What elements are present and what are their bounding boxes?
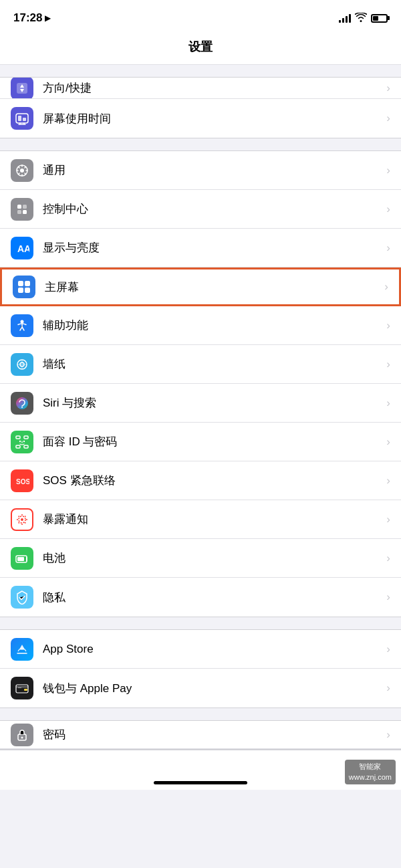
- svg-point-31: [17, 519, 18, 520]
- svg-point-33: [18, 516, 19, 517]
- accessibility-chevron: ›: [386, 319, 390, 332]
- battery-icon: [371, 14, 388, 23]
- general-icon: [11, 159, 33, 182]
- exposure-row[interactable]: 暴露通知 ›: [0, 500, 401, 539]
- screen-time-row[interactable]: 屏幕使用时间 ›: [0, 99, 401, 138]
- password-chevron: ›: [386, 728, 390, 742]
- location-icon: ▶: [45, 13, 51, 23]
- home-screen-icon: [13, 276, 35, 298]
- svg-point-30: [21, 524, 23, 525]
- svg-rect-2: [18, 116, 21, 121]
- appstore-row[interactable]: App Store ›: [0, 630, 401, 669]
- appstore-icon: [11, 638, 33, 661]
- home-screen-label: 主屏幕: [45, 280, 379, 295]
- control-center-label: 控制中心: [43, 201, 381, 217]
- battery-row[interactable]: 电池 ›: [0, 539, 401, 578]
- privacy-label: 隐私: [43, 590, 381, 605]
- battery-chevron: ›: [386, 552, 390, 565]
- section-general: 通用 › 控制中心 › AA 显示与亮度 ›: [0, 150, 401, 617]
- screen-time-icon: [11, 107, 33, 130]
- svg-rect-21: [24, 436, 28, 439]
- wallpaper-row[interactable]: 墙纸 ›: [0, 345, 401, 384]
- section-password: 密码 ›: [0, 720, 401, 750]
- svg-rect-9: [23, 210, 27, 214]
- svg-rect-20: [16, 436, 20, 439]
- sos-row[interactable]: SOS SOS 紧急联络 ›: [0, 461, 401, 500]
- siri-icon: [11, 392, 33, 415]
- control-center-row[interactable]: 控制中心 ›: [0, 190, 401, 229]
- svg-rect-14: [25, 288, 30, 293]
- svg-point-28: [21, 518, 23, 521]
- siri-chevron: ›: [386, 397, 390, 410]
- svg-point-25: [23, 440, 25, 441]
- wallpaper-icon: [11, 353, 33, 376]
- faceid-label: 面容 ID 与密码: [43, 434, 381, 449]
- password-icon: [11, 724, 33, 746]
- svg-point-5: [20, 169, 24, 173]
- svg-rect-11: [18, 281, 23, 286]
- password-row-partial[interactable]: 密码 ›: [0, 721, 401, 749]
- svg-text:AA: AA: [17, 243, 29, 254]
- wallpaper-chevron: ›: [386, 358, 390, 371]
- faceid-icon: [11, 431, 33, 453]
- siri-row[interactable]: Siri 与搜索 ›: [0, 384, 401, 423]
- exposure-icon: [11, 508, 33, 531]
- wallet-chevron: ›: [386, 681, 390, 695]
- svg-rect-6: [17, 205, 21, 209]
- svg-point-45: [21, 736, 23, 738]
- svg-point-29: [21, 514, 23, 516]
- battery-row-icon: [11, 547, 33, 570]
- password-label: 密码: [43, 727, 381, 742]
- accessibility-row[interactable]: 辅助功能 ›: [0, 306, 401, 345]
- svg-rect-23: [24, 445, 28, 448]
- partial-fangxiang-row[interactable]: 方向/快捷 ›: [0, 78, 401, 99]
- signal-icon: [339, 13, 351, 23]
- display-chevron: ›: [386, 241, 390, 255]
- siri-label: Siri 与搜索: [43, 395, 381, 411]
- general-chevron: ›: [386, 164, 390, 177]
- svg-point-34: [25, 516, 26, 517]
- svg-rect-22: [16, 445, 20, 448]
- wallet-row[interactable]: 钱包与 Apple Pay ›: [0, 669, 401, 708]
- battery-label: 电池: [43, 550, 381, 566]
- home-screen-chevron: ›: [384, 280, 388, 294]
- privacy-chevron: ›: [386, 590, 390, 604]
- sos-icon: SOS: [11, 469, 33, 492]
- faceid-row[interactable]: 面容 ID 与密码 ›: [0, 423, 401, 461]
- sos-label: SOS 紧急联络: [43, 473, 381, 488]
- status-bar: 17:28 ▶: [0, 0, 401, 32]
- svg-rect-41: [16, 686, 28, 688]
- privacy-row[interactable]: 隐私 ›: [0, 578, 401, 617]
- section-store: App Store › 钱包与 Apple Pay ›: [0, 629, 401, 708]
- appstore-label: App Store: [43, 643, 381, 656]
- svg-rect-13: [18, 288, 23, 293]
- svg-point-35: [18, 522, 19, 523]
- svg-point-32: [26, 519, 27, 520]
- wallet-icon: [11, 677, 33, 699]
- svg-rect-3: [23, 118, 26, 121]
- privacy-icon: [11, 586, 33, 609]
- svg-rect-7: [23, 205, 27, 209]
- svg-rect-38: [17, 557, 24, 561]
- svg-rect-1: [16, 114, 28, 123]
- exposure-chevron: ›: [386, 513, 390, 526]
- watermark: 智能家 www.znj.com: [345, 760, 396, 784]
- control-center-chevron: ›: [386, 203, 390, 216]
- fangxiang-chevron: ›: [386, 82, 390, 95]
- exposure-label: 暴露通知: [43, 512, 381, 527]
- svg-rect-12: [25, 281, 30, 286]
- home-indicator: [154, 781, 247, 784]
- fangxiang-label: 方向/快捷: [43, 80, 381, 96]
- general-row[interactable]: 通用 ›: [0, 151, 401, 190]
- svg-point-24: [19, 440, 21, 441]
- wifi-icon: [355, 13, 367, 24]
- home-screen-row[interactable]: 主屏幕 ›: [0, 267, 401, 306]
- home-indicator-area: 智能家 www.znj.com: [0, 750, 401, 790]
- faceid-chevron: ›: [386, 435, 390, 449]
- display-row[interactable]: AA 显示与亮度 ›: [0, 229, 401, 267]
- svg-rect-42: [24, 689, 27, 691]
- page-title-bar: 设置: [0, 32, 401, 65]
- display-label: 显示与亮度: [43, 240, 381, 255]
- general-label: 通用: [43, 162, 381, 178]
- section-top: 方向/快捷 › 屏幕使用时间 ›: [0, 77, 401, 138]
